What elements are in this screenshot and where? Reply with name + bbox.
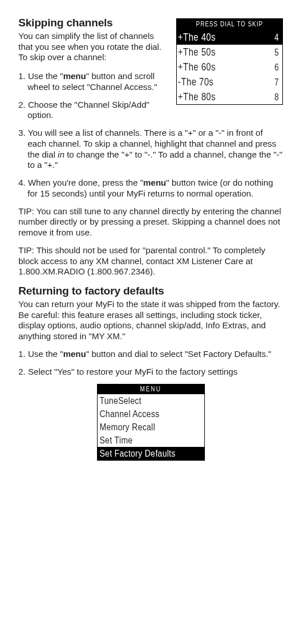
menu-row: Memory Recall bbox=[98, 421, 204, 434]
lcd-screen: PRESS DIAL TO SKIP +The 40s 4 +The 50s 5… bbox=[176, 18, 283, 105]
factory-step-2: Select "Yes" to restore your MyFi to the… bbox=[18, 367, 283, 378]
step-3: You will see a list of channels. There i… bbox=[18, 128, 283, 171]
factory-steps: Use the "menu" button and dial to select… bbox=[18, 349, 283, 378]
lcd-row: +The 40s 4 bbox=[177, 30, 282, 45]
channel-number: 6 bbox=[274, 61, 279, 73]
italic-in: in bbox=[58, 150, 65, 159]
channel-number: 5 bbox=[274, 46, 279, 58]
skip-channels-lcd: PRESS DIAL TO SKIP +The 40s 4 +The 50s 5… bbox=[176, 18, 283, 105]
channel-number: 4 bbox=[274, 32, 279, 43]
channel-number: 7 bbox=[274, 76, 279, 88]
intro-text: You can simplify the list of channels th… bbox=[18, 31, 173, 63]
tip-2: TIP: This should not be used for "parent… bbox=[18, 245, 283, 277]
menu-row-selected: Set Factory Defaults bbox=[98, 447, 204, 460]
channel-name: -The 70s bbox=[178, 76, 213, 89]
channel-name: +The 80s bbox=[178, 91, 216, 104]
channel-name: +The 40s bbox=[178, 31, 216, 44]
step-2: Choose the "Channel Skip/Add" option. bbox=[18, 100, 182, 121]
menu-row: Channel Access bbox=[98, 407, 204, 421]
channel-name: +The 60s bbox=[178, 61, 216, 74]
menu-bold: menu bbox=[143, 178, 166, 187]
factory-step-1: Use the "menu" button and dial to select… bbox=[18, 349, 283, 360]
menu-lcd: MENU TuneSelect Channel Access Memory Re… bbox=[97, 384, 205, 461]
step-1: Use the "menu" button and scroll wheel t… bbox=[18, 71, 182, 93]
lcd-header: PRESS DIAL TO SKIP bbox=[177, 19, 282, 30]
lcd-row: +The 60s 6 bbox=[177, 60, 282, 74]
skipping-steps-cont: You will see a list of channels. There i… bbox=[18, 128, 283, 199]
lcd-row: +The 50s 5 bbox=[177, 45, 282, 60]
menu-bold: menu bbox=[63, 349, 86, 359]
heading-factory-defaults: Returning to factory defaults bbox=[18, 284, 283, 298]
channel-name: +The 50s bbox=[178, 46, 216, 59]
lcd-row: -The 70s 7 bbox=[177, 74, 282, 89]
channel-number: 8 bbox=[274, 91, 279, 103]
menu-row: Set Time bbox=[98, 434, 204, 447]
menu-row: TuneSelect bbox=[98, 394, 204, 407]
manual-page: PRESS DIAL TO SKIP +The 40s 4 +The 50s 5… bbox=[0, 0, 299, 644]
lcd-row: +The 80s 8 bbox=[177, 89, 282, 104]
menu-bold: menu bbox=[63, 71, 86, 81]
step-4: When you're done, press the "menu" butto… bbox=[18, 178, 283, 199]
factory-intro: You can return your MyFi to the state it… bbox=[18, 299, 283, 342]
menu-lcd-header: MENU bbox=[98, 384, 204, 394]
tip-1: TIP: You can still tune to any channel d… bbox=[18, 206, 283, 238]
